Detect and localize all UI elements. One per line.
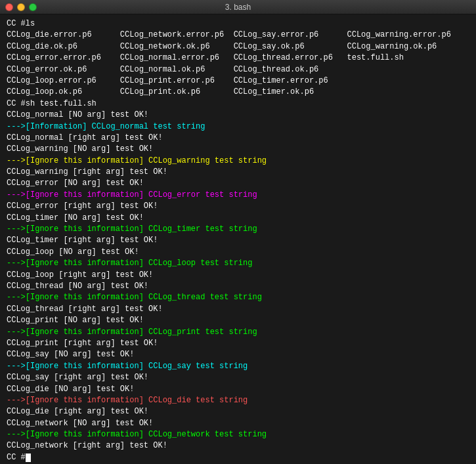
window-buttons[interactable] [5, 3, 37, 11]
minimize-button[interactable] [17, 3, 25, 11]
window-title: 3. bash [225, 3, 251, 12]
terminal-line: CCLog_say [right arg] test OK! [7, 372, 469, 383]
terminal-line: CC # [7, 452, 469, 463]
terminal-line: CCLog_loop.error.p6 CCLog_print.error.p6… [7, 75, 469, 87]
title-bar: 3. bash [0, 0, 476, 14]
terminal-line: CCLog_timer [right arg] test OK! [7, 235, 469, 246]
terminal-line: CCLog_die.ok.p6 CCLog_network.ok.p6 CCLo… [7, 41, 469, 53]
terminal-line: CCLog_loop [NO arg] test OK! [7, 247, 469, 258]
maximize-button[interactable] [29, 3, 37, 11]
terminal-line: CCLog_thread [right arg] test OK! [7, 304, 469, 315]
terminal-line: CCLog_normal [NO arg] test OK! [7, 110, 469, 121]
terminal-line: CCLog_network [right arg] test OK! [7, 440, 469, 452]
terminal-line: --->[Information] CCLog_normal test stri… [7, 121, 469, 133]
close-button[interactable] [5, 3, 13, 11]
terminal-line: --->[Ignore this information] CCLog_loop… [7, 258, 469, 269]
terminal-line: CCLog_say [NO arg] test OK! [7, 349, 469, 360]
terminal-line: CCLog_timer [NO arg] test OK! [7, 213, 469, 224]
terminal-line: --->[Ignore this information] CCLog_prin… [7, 327, 469, 338]
terminal-line: --->[Ignore this information] CCLog_netw… [7, 429, 469, 440]
terminal-line: CCLog_normal [right arg] test OK! [7, 133, 469, 144]
terminal-line: CCLog_die [right arg] test OK! [7, 406, 469, 417]
terminal-line: CCLog_warning [NO arg] test OK! [7, 144, 469, 155]
terminal-line: --->[Ignore this information] CCLog_erro… [7, 190, 469, 201]
terminal-line: --->[Ignore this information] CCLog_die … [7, 395, 469, 406]
terminal-line: CCLog_error [right arg] test OK! [7, 201, 469, 212]
terminal-line: CCLog_die.error.p6 CCLog_network.error.p… [7, 30, 469, 41]
terminal-line: --->[Ignore this information] CCLog_thre… [7, 292, 469, 303]
terminal-line: --->[Ignore this information] CCLog_time… [7, 224, 469, 235]
terminal-output: CC #lsCCLog_die.error.p6 CCLog_network.e… [0, 14, 476, 464]
terminal-line: CCLog_thread [NO arg] test OK! [7, 281, 469, 292]
terminal-line: CCLog_error.error.p6 CCLog_normal.error.… [7, 53, 469, 64]
terminal-line: CCLog_die [NO arg] test OK! [7, 384, 469, 395]
terminal-line: CCLog_loop.ok.p6 CCLog_print.ok.p6 CCLog… [7, 87, 469, 98]
terminal-line: CC #sh test.full.sh [7, 98, 469, 110]
terminal-line: CCLog_print [right arg] test OK! [7, 338, 469, 349]
terminal-line: --->[Ignore this information] CCLog_warn… [7, 156, 469, 167]
terminal-line: --->[Ignore this information] CCLog_say … [7, 361, 469, 372]
terminal-cursor [26, 453, 31, 462]
terminal-line: CCLog_loop [right arg] test OK! [7, 270, 469, 281]
terminal-line: CCLog_warning [right arg] test OK! [7, 167, 469, 178]
terminal-line: CC #ls [7, 18, 469, 30]
terminal-line: CCLog_error.ok.p6 CCLog_normal.ok.p6 CCL… [7, 64, 469, 75]
terminal-line: CCLog_network [NO arg] test OK! [7, 418, 469, 429]
terminal-line: CCLog_print [NO arg] test OK! [7, 315, 469, 326]
terminal-line: CCLog_error [NO arg] test OK! [7, 178, 469, 189]
